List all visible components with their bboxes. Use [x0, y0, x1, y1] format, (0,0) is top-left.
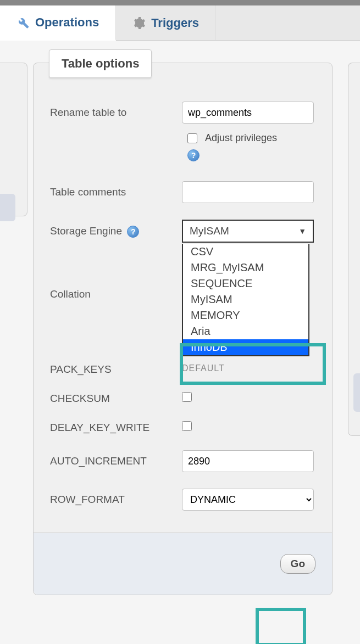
row-format-label: ROW_FORMAT — [50, 494, 182, 506]
storage-engine-option-myisam[interactable]: MyISAM — [183, 292, 308, 307]
chevron-down-icon: ▼ — [298, 227, 306, 236]
rename-label: Rename table to — [50, 107, 182, 119]
tab-operations[interactable]: Operations — [0, 5, 116, 41]
help-icon[interactable]: ? — [187, 149, 200, 161]
storage-engine-option-aria[interactable]: Aria — [183, 323, 308, 339]
storage-engine-select[interactable]: MyISAM ▼ CSV MRG_MyISAM SEQUENCE MyISAM … — [182, 220, 314, 243]
comments-input[interactable] — [182, 181, 314, 203]
tab-triggers-label: Triggers — [151, 16, 199, 30]
delay-key-write-label: DELAY_KEY_WRITE — [50, 422, 182, 434]
collation-label: Collation — [50, 288, 182, 300]
adjacent-panel-right — [348, 63, 360, 436]
delay-key-write-checkbox[interactable] — [182, 421, 192, 431]
window-top-edge — [0, 0, 360, 5]
storage-engine-option-innodb[interactable]: InnoDB — [183, 339, 308, 355]
tab-triggers[interactable]: Triggers — [116, 5, 216, 40]
checksum-label: CHECKSUM — [50, 393, 182, 405]
checksum-checkbox[interactable] — [182, 392, 192, 402]
help-icon[interactable]: ? — [127, 226, 139, 238]
gears-icon — [132, 16, 146, 30]
tab-operations-label: Operations — [35, 15, 99, 30]
storage-engine-option-mrg-myisam[interactable]: MRG_MyISAM — [183, 260, 308, 276]
rename-input[interactable] — [182, 102, 314, 124]
auto-increment-label: AUTO_INCREMENT — [50, 455, 182, 467]
pack-keys-label: PACK_KEYS — [50, 363, 182, 376]
adjacent-panel-left — [0, 63, 27, 216]
adjust-privileges-label: Adjust privileges — [205, 132, 277, 144]
panel-footer: Go — [34, 533, 332, 595]
row-format-select[interactable]: DYNAMIC — [182, 489, 314, 511]
auto-increment-input[interactable] — [182, 450, 314, 472]
storage-engine-option-csv[interactable]: CSV — [183, 244, 308, 260]
storage-engine-dropdown-list: CSV MRG_MyISAM SEQUENCE MyISAM MEMORY Ar… — [182, 244, 309, 356]
storage-engine-option-memory[interactable]: MEMORY — [183, 307, 308, 323]
table-options-panel: Table options Rename table to Adjust pri… — [33, 63, 333, 595]
panel-legend: Table options — [49, 49, 152, 78]
go-button[interactable]: Go — [280, 554, 315, 574]
adjust-privileges-checkbox[interactable] — [187, 133, 197, 143]
storage-engine-selected-value: MyISAM — [190, 225, 229, 237]
wrench-icon — [16, 16, 30, 29]
tabs-bar: Operations Triggers — [0, 5, 360, 41]
storage-engine-label: Storage Engine ? — [50, 225, 182, 238]
annotation-highlight-go — [256, 608, 306, 644]
storage-engine-option-sequence[interactable]: SEQUENCE — [183, 276, 308, 292]
pack-keys-value[interactable]: DEFAULT — [182, 363, 315, 373]
comments-label: Table comments — [50, 186, 182, 198]
